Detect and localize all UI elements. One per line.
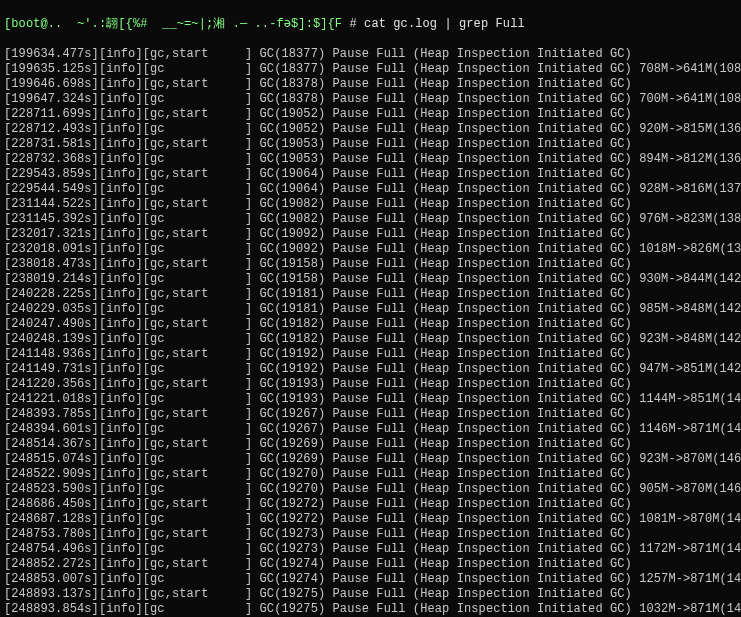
log-line: [248687.128s][info][gc ] GC(19272) Pause… (4, 512, 737, 527)
log-rows: [199634.477s][info][gc,start ] GC(18377)… (4, 47, 737, 617)
log-line: [241221.018s][info][gc ] GC(19193) Pause… (4, 392, 737, 407)
log-line: [240247.490s][info][gc,start ] GC(19182)… (4, 317, 737, 332)
log-line: [241149.731s][info][gc ] GC(19192) Pause… (4, 362, 737, 377)
log-line: [229544.549s][info][gc ] GC(19064) Pause… (4, 182, 737, 197)
log-line: [232017.321s][info][gc,start ] GC(19092)… (4, 227, 737, 242)
log-line: [240228.225s][info][gc,start ] GC(19181)… (4, 287, 737, 302)
log-line: [231145.392s][info][gc ] GC(19082) Pause… (4, 212, 737, 227)
log-line: [248393.785s][info][gc,start ] GC(19267)… (4, 407, 737, 422)
prompt-garbled: [boot@.. ~'.:翿[{%# __~=~|;湘 .— ..-fə$]:$… (4, 17, 342, 31)
log-line: [248753.780s][info][gc,start ] GC(19273)… (4, 527, 737, 542)
log-line: [240229.035s][info][gc ] GC(19181) Pause… (4, 302, 737, 317)
log-line: [241220.356s][info][gc,start ] GC(19193)… (4, 377, 737, 392)
log-line: [248522.909s][info][gc,start ] GC(19270)… (4, 467, 737, 482)
log-line: [248893.137s][info][gc,start ] GC(19275)… (4, 587, 737, 602)
log-line: [199647.324s][info][gc ] GC(18378) Pause… (4, 92, 737, 107)
log-line: [199635.125s][info][gc ] GC(18377) Pause… (4, 62, 737, 77)
log-line: [248394.601s][info][gc ] GC(19267) Pause… (4, 422, 737, 437)
prompt-line: [boot@.. ~'.:翿[{%# __~=~|;湘 .— ..-fə$]:$… (4, 17, 737, 32)
log-line: [248852.272s][info][gc,start ] GC(19274)… (4, 557, 737, 572)
log-line: [248515.074s][info][gc ] GC(19269) Pause… (4, 452, 737, 467)
log-line: [228712.493s][info][gc ] GC(19052) Pause… (4, 122, 737, 137)
log-line: [229543.859s][info][gc,start ] GC(19064)… (4, 167, 737, 182)
log-line: [241148.936s][info][gc,start ] GC(19192)… (4, 347, 737, 362)
log-line: [228732.368s][info][gc ] GC(19053) Pause… (4, 152, 737, 167)
log-line: [238019.214s][info][gc ] GC(19158) Pause… (4, 272, 737, 287)
terminal-output[interactable]: [boot@.. ~'.:翿[{%# __~=~|;湘 .— ..-fə$]:$… (0, 0, 741, 617)
log-line: [228731.581s][info][gc,start ] GC(19053)… (4, 137, 737, 152)
log-line: [199634.477s][info][gc,start ] GC(18377)… (4, 47, 737, 62)
log-line: [238018.473s][info][gc,start ] GC(19158)… (4, 257, 737, 272)
log-line: [248893.854s][info][gc ] GC(19275) Pause… (4, 602, 737, 617)
log-line: [232018.091s][info][gc ] GC(19092) Pause… (4, 242, 737, 257)
log-line: [248514.367s][info][gc,start ] GC(19269)… (4, 437, 737, 452)
log-line: [240248.139s][info][gc ] GC(19182) Pause… (4, 332, 737, 347)
log-line: [199646.698s][info][gc,start ] GC(18378)… (4, 77, 737, 92)
log-line: [228711.699s][info][gc,start ] GC(19052)… (4, 107, 737, 122)
log-line: [248686.450s][info][gc,start ] GC(19272)… (4, 497, 737, 512)
log-line: [248523.590s][info][gc ] GC(19270) Pause… (4, 482, 737, 497)
prompt-command: # cat gc.log | grep Full (350, 17, 525, 31)
log-line: [231144.522s][info][gc,start ] GC(19082)… (4, 197, 737, 212)
log-line: [248754.496s][info][gc ] GC(19273) Pause… (4, 542, 737, 557)
log-line: [248853.007s][info][gc ] GC(19274) Pause… (4, 572, 737, 587)
